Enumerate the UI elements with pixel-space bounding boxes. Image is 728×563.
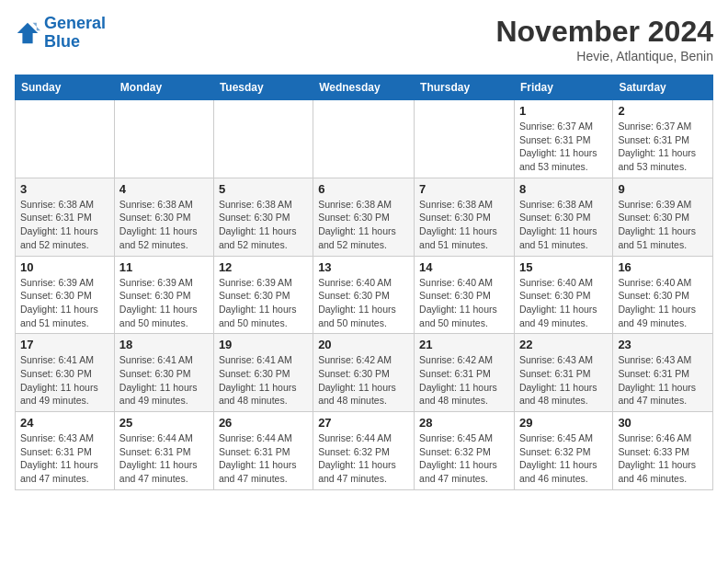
calendar-cell: 22Sunrise: 6:43 AM Sunset: 6:31 PM Dayli… [514, 334, 612, 412]
svg-marker-0 [17, 23, 38, 43]
calendar-cell [16, 100, 115, 178]
day-info: Sunrise: 6:42 AM Sunset: 6:30 PM Dayligh… [318, 353, 409, 408]
calendar-cell: 21Sunrise: 6:42 AM Sunset: 6:31 PM Dayli… [415, 334, 515, 412]
calendar-cell: 8Sunrise: 6:38 AM Sunset: 6:30 PM Daylig… [514, 178, 612, 256]
day-info: Sunrise: 6:38 AM Sunset: 6:30 PM Dayligh… [219, 198, 308, 252]
day-info: Sunrise: 6:40 AM Sunset: 6:30 PM Dayligh… [318, 276, 409, 330]
location: Hevie, Atlantique, Benin [495, 49, 713, 63]
day-info: Sunrise: 6:38 AM Sunset: 6:30 PM Dayligh… [119, 198, 209, 252]
calendar-week-5: 24Sunrise: 6:43 AM Sunset: 6:31 PM Dayli… [16, 412, 713, 490]
day-info: Sunrise: 6:40 AM Sunset: 6:30 PM Dayligh… [519, 276, 608, 330]
day-number: 3 [20, 182, 109, 196]
calendar-cell: 6Sunrise: 6:38 AM Sunset: 6:30 PM Daylig… [313, 178, 415, 256]
day-info: Sunrise: 6:38 AM Sunset: 6:31 PM Dayligh… [20, 198, 109, 252]
day-number: 22 [519, 338, 608, 351]
day-info: Sunrise: 6:37 AM Sunset: 6:31 PM Dayligh… [618, 120, 708, 174]
day-info: Sunrise: 6:38 AM Sunset: 6:30 PM Dayligh… [519, 198, 608, 252]
calendar-cell: 2Sunrise: 6:37 AM Sunset: 6:31 PM Daylig… [613, 100, 713, 178]
day-number: 5 [219, 182, 308, 196]
day-number: 28 [419, 416, 509, 430]
logo-general: General [44, 14, 106, 32]
month-title: November 2024 [495, 15, 713, 49]
day-info: Sunrise: 6:38 AM Sunset: 6:30 PM Dayligh… [318, 198, 409, 252]
day-info: Sunrise: 6:39 AM Sunset: 6:30 PM Dayligh… [20, 276, 109, 330]
day-header-tuesday: Tuesday [213, 75, 313, 100]
calendar-week-2: 3Sunrise: 6:38 AM Sunset: 6:31 PM Daylig… [16, 178, 713, 256]
day-number: 27 [318, 416, 409, 430]
calendar-cell: 26Sunrise: 6:44 AM Sunset: 6:31 PM Dayli… [213, 412, 313, 490]
calendar-cell: 20Sunrise: 6:42 AM Sunset: 6:30 PM Dayli… [313, 334, 415, 412]
day-number: 18 [119, 338, 209, 351]
day-number: 2 [618, 104, 708, 118]
day-number: 7 [419, 182, 509, 196]
day-number: 13 [318, 260, 409, 274]
day-info: Sunrise: 6:44 AM Sunset: 6:31 PM Dayligh… [119, 431, 209, 486]
calendar-cell: 1Sunrise: 6:37 AM Sunset: 6:31 PM Daylig… [514, 100, 612, 178]
calendar-cell: 24Sunrise: 6:43 AM Sunset: 6:31 PM Dayli… [16, 412, 115, 490]
day-header-wednesday: Wednesday [313, 75, 415, 100]
calendar-cell: 19Sunrise: 6:41 AM Sunset: 6:30 PM Dayli… [213, 334, 313, 412]
day-number: 30 [618, 416, 708, 430]
day-header-monday: Monday [114, 75, 213, 100]
calendar-cell: 16Sunrise: 6:40 AM Sunset: 6:30 PM Dayli… [613, 256, 713, 334]
day-number: 4 [119, 182, 209, 196]
day-info: Sunrise: 6:41 AM Sunset: 6:30 PM Dayligh… [20, 353, 109, 408]
calendar-cell: 10Sunrise: 6:39 AM Sunset: 6:30 PM Dayli… [16, 256, 115, 334]
day-info: Sunrise: 6:40 AM Sunset: 6:30 PM Dayligh… [618, 276, 708, 330]
day-number: 15 [519, 260, 608, 274]
day-number: 17 [20, 338, 109, 351]
day-number: 14 [419, 260, 509, 274]
day-info: Sunrise: 6:39 AM Sunset: 6:30 PM Dayligh… [618, 198, 708, 252]
day-info: Sunrise: 6:45 AM Sunset: 6:32 PM Dayligh… [519, 431, 608, 486]
calendar-cell: 28Sunrise: 6:45 AM Sunset: 6:32 PM Dayli… [415, 412, 515, 490]
day-number: 6 [318, 182, 409, 196]
day-info: Sunrise: 6:39 AM Sunset: 6:30 PM Dayligh… [119, 276, 209, 330]
day-info: Sunrise: 6:43 AM Sunset: 6:31 PM Dayligh… [618, 353, 708, 408]
day-info: Sunrise: 6:39 AM Sunset: 6:30 PM Dayligh… [219, 276, 308, 330]
calendar-cell: 3Sunrise: 6:38 AM Sunset: 6:31 PM Daylig… [16, 178, 115, 256]
day-number: 9 [618, 182, 708, 196]
calendar-cell: 27Sunrise: 6:44 AM Sunset: 6:32 PM Dayli… [313, 412, 415, 490]
calendar-cell: 17Sunrise: 6:41 AM Sunset: 6:30 PM Dayli… [16, 334, 115, 412]
logo: General Blue [15, 15, 106, 52]
day-info: Sunrise: 6:44 AM Sunset: 6:32 PM Dayligh… [318, 431, 409, 486]
days-header-row: SundayMondayTuesdayWednesdayThursdayFrid… [16, 75, 713, 100]
calendar-cell [415, 100, 515, 178]
calendar-cell: 11Sunrise: 6:39 AM Sunset: 6:30 PM Dayli… [114, 256, 213, 334]
calendar-cell: 15Sunrise: 6:40 AM Sunset: 6:30 PM Dayli… [514, 256, 612, 334]
logo-blue: Blue [44, 32, 80, 51]
title-block: November 2024 Hevie, Atlantique, Benin [495, 15, 713, 63]
day-info: Sunrise: 6:37 AM Sunset: 6:31 PM Dayligh… [519, 120, 608, 174]
calendar-cell [114, 100, 213, 178]
day-info: Sunrise: 6:41 AM Sunset: 6:30 PM Dayligh… [119, 353, 209, 408]
calendar-week-4: 17Sunrise: 6:41 AM Sunset: 6:30 PM Dayli… [16, 334, 713, 412]
day-number: 26 [219, 416, 308, 430]
day-number: 8 [519, 182, 608, 196]
day-header-friday: Friday [514, 75, 612, 100]
calendar-cell: 29Sunrise: 6:45 AM Sunset: 6:32 PM Dayli… [514, 412, 612, 490]
day-number: 29 [519, 416, 608, 430]
calendar-cell: 9Sunrise: 6:39 AM Sunset: 6:30 PM Daylig… [613, 178, 713, 256]
logo-text: General Blue [44, 15, 106, 52]
calendar-cell: 14Sunrise: 6:40 AM Sunset: 6:30 PM Dayli… [415, 256, 515, 334]
calendar-cell: 12Sunrise: 6:39 AM Sunset: 6:30 PM Dayli… [213, 256, 313, 334]
page-header: General Blue November 2024 Hevie, Atlant… [15, 15, 713, 63]
day-number: 21 [419, 338, 509, 351]
day-number: 20 [318, 338, 409, 351]
calendar-cell: 18Sunrise: 6:41 AM Sunset: 6:30 PM Dayli… [114, 334, 213, 412]
day-info: Sunrise: 6:45 AM Sunset: 6:32 PM Dayligh… [419, 431, 509, 486]
calendar-week-1: 1Sunrise: 6:37 AM Sunset: 6:31 PM Daylig… [16, 100, 713, 178]
day-number: 12 [219, 260, 308, 274]
calendar-week-3: 10Sunrise: 6:39 AM Sunset: 6:30 PM Dayli… [16, 256, 713, 334]
day-info: Sunrise: 6:38 AM Sunset: 6:30 PM Dayligh… [419, 198, 509, 252]
day-info: Sunrise: 6:43 AM Sunset: 6:31 PM Dayligh… [20, 431, 109, 486]
calendar-cell: 25Sunrise: 6:44 AM Sunset: 6:31 PM Dayli… [114, 412, 213, 490]
day-number: 10 [20, 260, 109, 274]
calendar-cell: 4Sunrise: 6:38 AM Sunset: 6:30 PM Daylig… [114, 178, 213, 256]
calendar-cell: 30Sunrise: 6:46 AM Sunset: 6:33 PM Dayli… [613, 412, 713, 490]
day-info: Sunrise: 6:42 AM Sunset: 6:31 PM Dayligh… [419, 353, 509, 408]
day-info: Sunrise: 6:40 AM Sunset: 6:30 PM Dayligh… [419, 276, 509, 330]
day-info: Sunrise: 6:43 AM Sunset: 6:31 PM Dayligh… [519, 353, 608, 408]
calendar-cell: 13Sunrise: 6:40 AM Sunset: 6:30 PM Dayli… [313, 256, 415, 334]
day-info: Sunrise: 6:41 AM Sunset: 6:30 PM Dayligh… [219, 353, 308, 408]
